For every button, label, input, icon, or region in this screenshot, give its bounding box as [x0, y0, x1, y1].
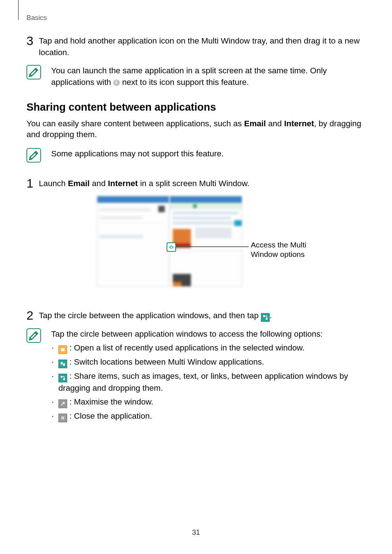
header-tab-border — [18, 0, 19, 20]
opt-switch-text: : Switch locations between Multi Window … — [67, 357, 264, 366]
close-icon — [58, 414, 67, 422]
note1-post: next to its icon support this feature. — [120, 78, 249, 87]
intro-b2: Internet — [284, 119, 314, 128]
step-text: Tap the circle between the application w… — [39, 310, 272, 322]
opt-share-text: : Share items, such as images, text, or … — [58, 372, 348, 393]
s1-b2: Internet — [108, 179, 138, 188]
option-share: : Share items, such as images, text, or … — [58, 370, 368, 394]
option-open-recent: : Open a list of recently used applicati… — [58, 342, 368, 354]
recent-apps-icon — [58, 345, 67, 354]
mock-internet-pane — [170, 196, 242, 287]
callout-l1: Access the Multi — [251, 241, 306, 249]
page: Basics 3 Tap and hold another applicatio… — [0, 0, 392, 554]
switch-windows-icon — [58, 360, 67, 368]
intro-b1: Email — [244, 119, 266, 128]
note-text: Some applications may not support this f… — [51, 148, 224, 160]
svg-rect-9 — [63, 378, 65, 380]
callout-line — [175, 246, 249, 247]
pencil-note-icon — [29, 150, 39, 160]
step-number: 2 — [26, 309, 39, 321]
svg-rect-8 — [61, 376, 62, 378]
s1-pre: Launch — [39, 179, 68, 188]
step-2: 2 Tap the circle between the application… — [26, 309, 368, 322]
share-items-icon — [261, 313, 270, 322]
maximise-icon — [58, 399, 67, 408]
callout-text: Access the Multi Window options — [251, 240, 306, 259]
intro-pre: You can easily share content between app… — [26, 119, 244, 128]
step-3: 3 Tap and hold another application icon … — [26, 34, 368, 58]
step-text: Tap and hold another application icon on… — [39, 35, 368, 58]
step-number: 3 — [26, 34, 39, 47]
option-switch: : Switch locations between Multi Window … — [58, 356, 368, 368]
figure-split-screen: Access the Multi Window options — [26, 196, 368, 294]
opt-open-recent-text: : Open a list of recently used applicati… — [67, 343, 305, 352]
split-supported-icon — [113, 79, 120, 86]
note-icon — [26, 328, 41, 343]
note-icon — [26, 148, 41, 163]
note-icon — [26, 65, 41, 79]
s1-post: in a split screen Multi Window. — [138, 179, 250, 188]
opt-maximise-text: : Maximise the window. — [67, 397, 154, 406]
note-options: Tap the circle between application windo… — [26, 328, 368, 424]
s2-pre: Tap the circle between the application w… — [39, 311, 261, 320]
s1-mid: and — [90, 179, 108, 188]
svg-rect-4 — [266, 318, 268, 320]
options-list: : Open a list of recently used applicati… — [51, 342, 368, 422]
section-intro: You can easily share content between app… — [26, 118, 368, 140]
option-maximise: : Maximise the window. — [58, 396, 368, 408]
svg-rect-3 — [263, 315, 265, 317]
pencil-note-icon — [29, 331, 39, 341]
s2-post: . — [270, 311, 272, 320]
svg-point-0 — [170, 246, 173, 249]
svg-rect-5 — [61, 348, 65, 351]
content: 3 Tap and hold another application icon … — [26, 34, 368, 431]
share-items-icon — [58, 374, 67, 382]
step-number: 1 — [26, 177, 39, 189]
breadcrumb: Basics — [26, 14, 47, 22]
step-text: Launch Email and Internet in a split scr… — [39, 178, 249, 189]
pencil-note-icon — [29, 67, 39, 77]
note3-lead: Tap the circle between application windo… — [51, 329, 323, 338]
callout-l2: Window options — [251, 250, 305, 258]
intro-mid: and — [266, 119, 284, 128]
option-close: : Close the application. — [58, 410, 368, 422]
s1-b1: Email — [68, 179, 90, 188]
page-number: 31 — [0, 528, 392, 537]
note-unsupported: Some applications may not support this f… — [26, 148, 368, 163]
mock-email-pane — [97, 196, 170, 287]
multiwindow-handle-icon — [167, 242, 176, 252]
section-title: Sharing content between applications — [26, 101, 368, 113]
step-1: 1 Launch Email and Internet in a split s… — [26, 177, 368, 189]
note-split-same-app: You can launch the same application in a… — [26, 65, 368, 88]
mock-split-screenshot — [97, 196, 242, 287]
note-text: You can launch the same application in a… — [51, 65, 368, 88]
opt-close-text: : Close the application. — [67, 411, 152, 420]
note-text: Tap the circle between application windo… — [51, 328, 368, 424]
